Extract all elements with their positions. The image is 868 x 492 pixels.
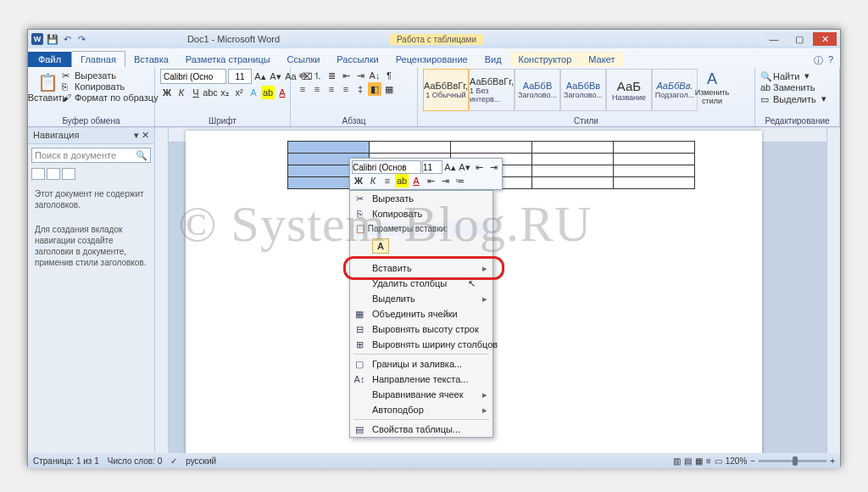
view-read-icon[interactable]: ▤ (684, 456, 692, 466)
strike-icon[interactable]: abc (203, 86, 217, 99)
line-spacing-icon[interactable]: ‡ (353, 82, 367, 96)
close-button[interactable]: ✕ (813, 32, 837, 46)
zoom-slider[interactable] (759, 460, 826, 462)
styles-gallery[interactable]: АаБбВвГг,1 Обычный АаБбВвГг,1 Без интерв… (423, 69, 749, 111)
view-outline-icon[interactable]: ≡ (706, 456, 711, 466)
style-heading1[interactable]: АаБбВЗаголово... (515, 69, 560, 111)
mini-fontcolor-icon[interactable]: A (409, 174, 423, 187)
style-subtitle[interactable]: АаБбВв.Подзагол... (652, 69, 698, 111)
style-title[interactable]: АаБНазвание (606, 69, 652, 111)
mini-size-combo[interactable] (422, 160, 442, 174)
ctx-insert[interactable]: Вставить (350, 260, 492, 276)
zoom-out-icon[interactable]: − (750, 456, 755, 466)
mini-italic-icon[interactable]: К (366, 174, 380, 187)
justify-icon[interactable]: ≡ (339, 82, 353, 96)
nav-tab-results[interactable] (62, 168, 75, 180)
style-heading2[interactable]: АаБбВвЗаголово... (560, 69, 606, 111)
maximize-button[interactable]: ▢ (787, 32, 811, 46)
undo-icon[interactable]: ↶ (61, 33, 73, 45)
tab-file[interactable]: Файл (28, 52, 71, 67)
numbering-icon[interactable]: ⒈ (310, 69, 324, 82)
highlight-icon[interactable]: ab (261, 86, 275, 99)
mini-outdent-icon[interactable]: ⇤ (472, 160, 486, 174)
search-input[interactable]: Поиск в документе🔍 (31, 148, 151, 163)
ctx-text-direction[interactable]: A↕Направление текста... (350, 372, 492, 387)
tab-home[interactable]: Главная (71, 51, 125, 67)
style-nospacing[interactable]: АаБбВвГг,1 Без интерв... (469, 69, 515, 111)
ctx-cell-alignment[interactable]: Выравнивание ячеек (350, 387, 492, 402)
mini-align-icon[interactable]: ≡ (381, 174, 394, 187)
tab-insert[interactable]: Вставка (125, 52, 177, 67)
ctx-delete-columns[interactable]: Удалить столбцы↖ (350, 276, 492, 291)
indent-icon[interactable]: ⇥ (353, 69, 367, 82)
bullets-icon[interactable]: ≔ (296, 69, 309, 82)
paste-button[interactable]: 📋 Вставить (33, 69, 62, 106)
tab-layout[interactable]: Разметка страницы (177, 52, 279, 67)
word-count[interactable]: Число слов: 0 (108, 456, 162, 466)
minimize-ribbon-icon[interactable]: ⓘ (814, 54, 823, 67)
ctx-copy[interactable]: ⎘Копировать (350, 206, 492, 221)
vertical-scrollbar[interactable] (826, 127, 840, 453)
font-name-combo[interactable] (160, 69, 226, 84)
multilevel-icon[interactable]: ≣ (325, 69, 338, 82)
replace-button[interactable]: abЗаменить (760, 82, 834, 92)
ctx-distribute-rows[interactable]: ⊟Выровнять высоту строк (350, 321, 492, 337)
subscript-icon[interactable]: x₂ (218, 86, 231, 99)
change-styles-button[interactable]: AИзменить стили (698, 69, 726, 106)
underline-icon[interactable]: Ч (189, 86, 203, 99)
nav-tab-pages[interactable] (47, 168, 60, 180)
ctx-table-properties[interactable]: ▤Свойства таблицы... (350, 422, 492, 437)
shading-icon[interactable]: ◧ (368, 82, 381, 96)
zoom-level[interactable]: 120% (726, 456, 748, 466)
font-size-combo[interactable] (228, 69, 252, 84)
mini-bold-icon[interactable]: Ж (352, 174, 365, 187)
mini-font-combo[interactable] (352, 160, 421, 174)
mini-shrink-icon[interactable]: A▾ (458, 160, 471, 174)
sort-icon[interactable]: A↓ (368, 69, 381, 82)
tab-review[interactable]: Рецензирование (387, 52, 476, 67)
shrink-font-icon[interactable]: A▾ (269, 70, 282, 83)
tab-references[interactable]: Ссылки (279, 52, 329, 67)
copy-button[interactable]: ⎘Копировать (62, 81, 159, 92)
tab-table-layout[interactable]: Макет (580, 52, 623, 67)
view-web-icon[interactable]: ▦ (695, 456, 703, 466)
mini-highlight-icon[interactable]: ab (395, 174, 409, 187)
mini-bullets-icon[interactable]: ≔ (453, 174, 466, 187)
view-print-icon[interactable]: ▥ (673, 456, 681, 466)
nav-tab-headings[interactable] (31, 168, 45, 180)
find-button[interactable]: 🔍Найти ▾ (760, 70, 834, 81)
tab-mailings[interactable]: Рассылки (328, 52, 387, 67)
minimize-button[interactable]: — (762, 32, 786, 46)
align-center-icon[interactable]: ≡ (310, 82, 324, 96)
text-effects-icon[interactable]: A (247, 86, 260, 99)
save-icon[interactable]: 💾 (47, 33, 58, 45)
ctx-cut[interactable]: ✂Вырезать (350, 191, 492, 206)
style-normal[interactable]: АаБбВвГг,1 Обычный (423, 69, 469, 111)
mini-outdent2-icon[interactable]: ⇤ (424, 174, 437, 187)
ctx-distribute-cols[interactable]: ⊞Выровнять ширину столбцов (350, 337, 492, 352)
align-left-icon[interactable]: ≡ (296, 82, 309, 96)
mini-grow-icon[interactable]: A▴ (443, 160, 457, 174)
mini-indent2-icon[interactable]: ⇥ (438, 174, 452, 187)
select-button[interactable]: ▭Выделить ▾ (760, 93, 834, 104)
redo-icon[interactable]: ↷ (75, 33, 87, 45)
help-icon[interactable]: ? (828, 54, 833, 67)
nav-close-icon[interactable]: ▾ ✕ (134, 130, 149, 141)
show-marks-icon[interactable]: ¶ (382, 69, 396, 82)
mini-indent-icon[interactable]: ⇥ (487, 160, 500, 174)
cut-button[interactable]: ✂Вырезать (62, 70, 159, 81)
superscript-icon[interactable]: x² (232, 86, 246, 99)
ctx-borders-shading[interactable]: ▢Границы и заливка... (350, 356, 492, 372)
view-draft-icon[interactable]: ▭ (715, 456, 722, 466)
language[interactable]: русский (186, 456, 216, 466)
ctx-autofit[interactable]: Автоподбор (350, 402, 492, 417)
ctx-merge-cells[interactable]: ▦Объединить ячейки (350, 306, 492, 321)
spellcheck-icon[interactable]: ✓ (170, 456, 177, 466)
font-color-icon[interactable]: A (275, 86, 289, 99)
italic-icon[interactable]: К (175, 86, 188, 99)
align-right-icon[interactable]: ≡ (325, 82, 338, 96)
bold-icon[interactable]: Ж (160, 86, 174, 99)
format-painter-button[interactable]: 🖌Формат по образцу (62, 92, 159, 103)
tab-table-design[interactable]: Конструктор (510, 52, 581, 67)
ctx-select[interactable]: Выделить (350, 291, 492, 306)
